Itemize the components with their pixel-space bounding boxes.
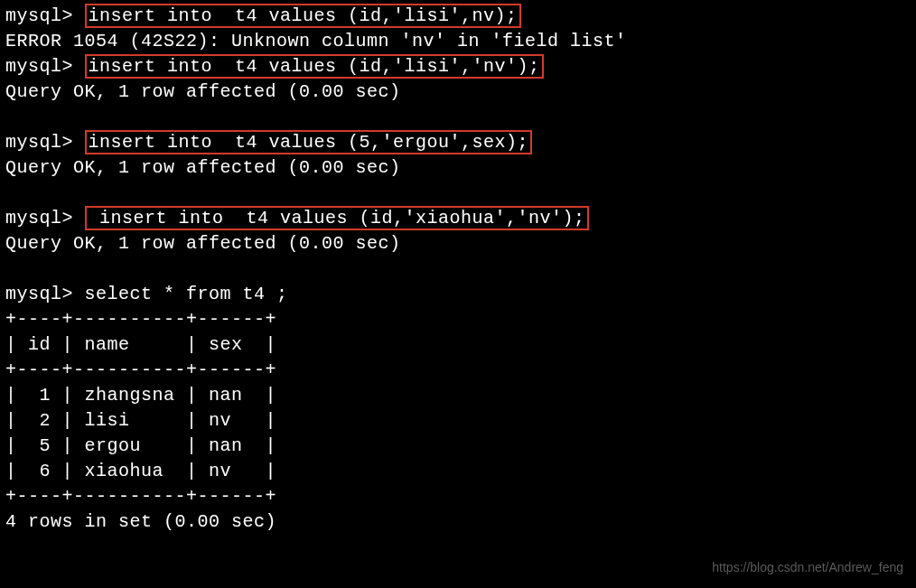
- mysql-prompt: mysql>: [5, 56, 85, 77]
- terminal-line: +----+----------+------+: [5, 358, 911, 383]
- watermark-text: https://blog.csdn.net/Andrew_feng: [712, 559, 903, 577]
- terminal-line: | 6 | xiaohua | nv |: [5, 459, 911, 484]
- highlighted-command: insert into t4 values (id,'lisi',nv);: [85, 4, 521, 28]
- terminal-line: mysql> insert into t4 values (5,'ergou',…: [5, 130, 911, 155]
- terminal-line: | id | name | sex |: [5, 332, 911, 358]
- mysql-prompt: mysql>: [5, 132, 85, 153]
- highlighted-command: insert into t4 values (5,'ergou',sex);: [85, 130, 533, 154]
- terminal-line: Query OK, 1 row affected (0.00 sec): [5, 155, 911, 181]
- highlighted-command: insert into t4 values (id,'lisi','nv');: [85, 54, 544, 79]
- terminal-output: mysql> insert into t4 values (id,'lisi',…: [5, 4, 911, 535]
- terminal-line: [5, 257, 911, 282]
- highlighted-command: insert into t4 values (id,'xiaohua','nv'…: [85, 206, 589, 230]
- terminal-line: Query OK, 1 row affected (0.00 sec): [5, 79, 911, 105]
- terminal-line: +----+----------+------+: [5, 484, 911, 509]
- terminal-line: mysql> select * from t4 ;: [5, 282, 911, 307]
- terminal-line: [5, 181, 911, 206]
- terminal-line: | 5 | ergou | nan |: [5, 434, 911, 459]
- terminal-line: | 1 | zhangsna | nan |: [5, 383, 911, 408]
- terminal-line: [5, 105, 911, 130]
- terminal-line: mysql> insert into t4 values (id,'lisi',…: [5, 4, 911, 29]
- terminal-line: | 2 | lisi | nv |: [5, 408, 911, 434]
- terminal-line: +----+----------+------+: [5, 307, 911, 332]
- terminal-line: mysql> insert into t4 values (id,'lisi',…: [5, 54, 911, 79]
- terminal-line: 4 rows in set (0.00 sec): [5, 509, 911, 535]
- terminal-line: Query OK, 1 row affected (0.00 sec): [5, 231, 911, 257]
- terminal-line: ERROR 1054 (42S22): Unknown column 'nv' …: [5, 29, 911, 54]
- mysql-prompt: mysql>: [5, 208, 85, 229]
- mysql-prompt: mysql>: [5, 5, 85, 26]
- terminal-line: mysql> insert into t4 values (id,'xiaohu…: [5, 206, 911, 231]
